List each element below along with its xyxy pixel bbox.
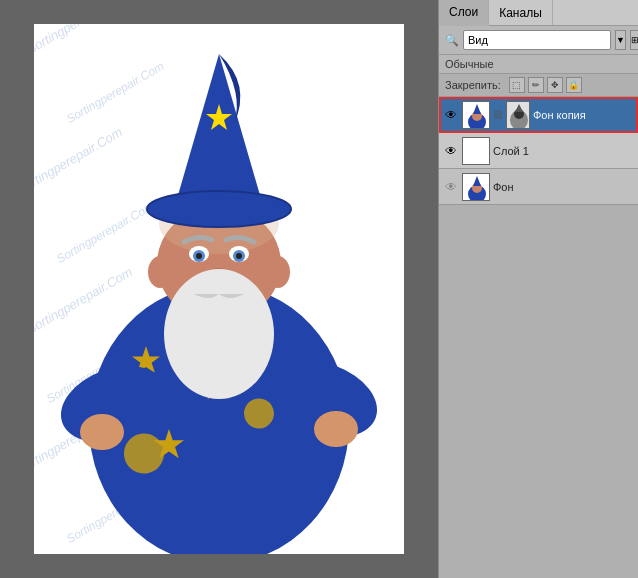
chain-icon-fon-kopiya: ⛓ — [493, 109, 503, 120]
lock-pixels-btn[interactable]: ⬚ — [509, 77, 525, 93]
visibility-icon-fon[interactable]: 👁 — [443, 180, 459, 194]
tab-channels[interactable]: Каналы — [489, 0, 553, 25]
svg-point-12 — [148, 256, 172, 288]
canvas-area: Sortingperepair.Com Sortingperepair.Com … — [0, 0, 438, 578]
layer-name-sloy-1: Слой 1 — [493, 145, 634, 157]
expand-btn[interactable]: ⊞ — [630, 30, 638, 50]
svg-point-13 — [266, 256, 290, 288]
svg-point-23 — [179, 279, 259, 339]
svg-point-19 — [196, 253, 202, 259]
lock-all-btn[interactable]: 🔒 — [566, 77, 582, 93]
wizard-svg — [34, 24, 404, 554]
layers-list: 👁 ⛓ — [439, 97, 638, 578]
blend-mode-label: Обычные — [445, 58, 494, 70]
visibility-icon-fon-kopiya[interactable]: 👁 — [443, 108, 459, 122]
right-panel: Слои Каналы 🔍 ▼ ⊞ Обычные Закрепить: ⬚ ✏… — [438, 0, 638, 578]
mask-fon-kopiya — [506, 101, 530, 129]
thumb-sloy-1 — [462, 137, 490, 165]
layer-fon-kopiya[interactable]: 👁 ⛓ — [439, 97, 638, 133]
search-arrow-btn[interactable]: ▼ — [615, 30, 626, 50]
tab-layers-label: Слои — [449, 5, 478, 19]
layer-fon[interactable]: 👁 Фон — [439, 169, 638, 205]
svg-point-20 — [236, 253, 242, 259]
search-row: 🔍 ▼ ⊞ — [439, 26, 638, 55]
svg-point-9 — [314, 411, 358, 447]
lock-paint-btn[interactable]: ✏ — [528, 77, 544, 93]
canvas-inner: Sortingperepair.Com Sortingperepair.Com … — [34, 24, 404, 554]
svg-marker-25 — [174, 54, 264, 209]
search-input[interactable] — [463, 30, 611, 50]
lock-icons: ⬚ ✏ ✥ 🔒 — [509, 77, 582, 93]
wizard-figure — [34, 24, 404, 554]
lock-move-btn[interactable]: ✥ — [547, 77, 563, 93]
visibility-icon-sloy-1[interactable]: 👁 — [443, 144, 459, 158]
layer-name-fon: Фон — [493, 181, 634, 193]
thumb-fon — [462, 173, 490, 201]
main-container: Sortingperepair.Com Sortingperepair.Com … — [0, 0, 638, 578]
lock-row: Закрепить: ⬚ ✏ ✥ 🔒 — [439, 74, 638, 97]
tab-layers[interactable]: Слои — [439, 0, 489, 26]
thumb-fon-kopiya — [462, 101, 490, 129]
lock-label: Закрепить: — [445, 79, 501, 91]
panel-tabs: Слои Каналы — [439, 0, 638, 26]
search-icon: 🔍 — [445, 34, 459, 47]
svg-point-8 — [80, 414, 124, 450]
layer-name-fon-kopiya: Фон копия — [533, 109, 634, 121]
blend-mode-row: Обычные — [439, 55, 638, 74]
layer-sloy-1[interactable]: 👁 Слой 1 — [439, 133, 638, 169]
svg-rect-36 — [463, 138, 490, 165]
tab-channels-label: Каналы — [499, 6, 542, 20]
